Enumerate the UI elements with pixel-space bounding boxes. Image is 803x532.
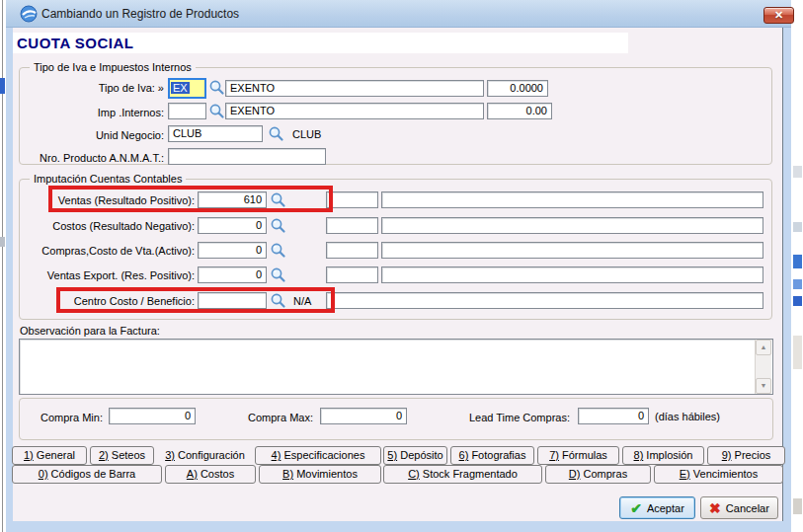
compra-min-label: Compra Min: bbox=[30, 411, 103, 424]
background-fragment bbox=[793, 222, 802, 232]
annotation-highlight-centro-costo bbox=[56, 287, 335, 313]
tab-movimientos[interactable]: B) Movimientos bbox=[259, 465, 381, 484]
app-icon bbox=[20, 5, 38, 23]
accept-button-label: Aceptar bbox=[647, 502, 684, 514]
tipo-iva-code-input[interactable]: EX bbox=[168, 78, 206, 99]
centro-costo-desc-field[interactable] bbox=[326, 292, 763, 309]
anmat-label: Nro. Producto A.N.M.A.T.: bbox=[20, 151, 164, 165]
imp-internos-desc-field[interactable]: EXENTO bbox=[225, 103, 484, 119]
imp-internos-label: Imp .Internos: bbox=[20, 106, 164, 119]
tab-seteos[interactable]: 2) Seteos bbox=[90, 446, 154, 465]
unid-negocio-desc: CLUB bbox=[292, 128, 321, 140]
ventas-export-desc-field[interactable] bbox=[381, 266, 763, 283]
tipo-iva-code-selection: EX bbox=[171, 82, 190, 94]
background-fragment bbox=[793, 255, 802, 268]
lead-time-label: Lead Time Compras: bbox=[449, 411, 570, 424]
search-icon[interactable] bbox=[270, 217, 287, 234]
x-icon: ✖ bbox=[709, 501, 721, 515]
ventas-desc-field[interactable] bbox=[381, 191, 763, 208]
ventas-export-extra-field[interactable] bbox=[326, 266, 378, 283]
lead-time-suffix: (días hábiles) bbox=[655, 411, 720, 422]
check-icon: ✔ bbox=[630, 501, 642, 515]
compras-activo-label: Compras,Costo de Vta.(Activo): bbox=[20, 244, 195, 258]
compras-extra-field[interactable] bbox=[326, 242, 378, 259]
scroll-up-button[interactable]: ▲ bbox=[756, 340, 771, 355]
search-icon[interactable] bbox=[268, 125, 285, 142]
tab-formulas[interactable]: 7) Fórmulas bbox=[537, 446, 619, 465]
lead-time-input[interactable]: 0 bbox=[578, 408, 649, 424]
tab-codigos-de-barra[interactable]: 0) Códigos de Barra bbox=[12, 465, 162, 484]
compras-account-input[interactable]: 0 bbox=[198, 242, 267, 259]
tab-deposito[interactable]: 5) Depósito bbox=[383, 446, 447, 465]
tab-precios[interactable]: 9) Precios bbox=[707, 446, 785, 465]
observacion-label: Observación para la Factura: bbox=[20, 325, 160, 337]
close-button[interactable]: ✕ bbox=[763, 7, 794, 24]
tab-configuracion[interactable]: 3) Configuración bbox=[157, 444, 253, 466]
imp-internos-rate-field[interactable]: 0.00 bbox=[487, 103, 552, 119]
unid-negocio-label: Unid Negocio: bbox=[20, 128, 164, 142]
background-fragment bbox=[793, 336, 802, 369]
background-fragment bbox=[0, 237, 5, 247]
background-fragment bbox=[793, 498, 802, 514]
unid-negocio-input[interactable]: CLUB bbox=[168, 125, 263, 142]
group-cuentas-title: Imputación Cuentas Contables bbox=[30, 173, 186, 186]
tab-implosion[interactable]: 8) Implosión bbox=[622, 446, 704, 465]
costos-extra-field[interactable] bbox=[326, 217, 378, 234]
costos-desc-field[interactable] bbox=[381, 217, 763, 234]
background-fragment bbox=[793, 166, 802, 178]
ventas-extra-field[interactable] bbox=[326, 191, 378, 208]
annotation-highlight-ventas bbox=[48, 186, 333, 212]
ventas-export-account-input[interactable]: 0 bbox=[198, 266, 267, 283]
compra-min-input[interactable]: 0 bbox=[109, 408, 196, 424]
cancel-button-label: Cancelar bbox=[726, 502, 769, 514]
window-title: Cambiando un Registro de Productos bbox=[41, 7, 239, 21]
background-fragment bbox=[793, 279, 802, 289]
observacion-scrollbar: ▲ ▼ bbox=[755, 340, 771, 394]
search-icon[interactable] bbox=[208, 103, 226, 119]
scroll-down-button[interactable]: ▼ bbox=[756, 378, 771, 394]
group-iva-title: Tipo de Iva e Impuestos Internos bbox=[30, 61, 196, 74]
screen: Cambiando un Registro de Productos ✕ CUO… bbox=[0, 0, 803, 532]
cancel-button[interactable]: ✖ Cancelar bbox=[700, 496, 778, 519]
accept-button[interactable]: ✔ Aceptar bbox=[619, 496, 695, 519]
tipo-iva-desc-field[interactable]: EXENTO bbox=[225, 80, 484, 97]
compras-desc-field[interactable] bbox=[381, 242, 763, 259]
costos-label: Costos (Resultado Negativo): bbox=[20, 219, 195, 233]
tab-fotografias[interactable]: 6) Fotografias bbox=[450, 446, 534, 465]
costos-account-input[interactable]: 0 bbox=[198, 217, 267, 234]
background-fragment bbox=[793, 296, 802, 306]
tab-general[interactable]: 1) General bbox=[12, 446, 87, 465]
tab-compras[interactable]: D) Compras bbox=[545, 465, 651, 484]
background-fragment bbox=[0, 78, 5, 94]
product-name-field: CUOTA SOCIAL bbox=[13, 33, 628, 53]
observacion-textarea[interactable] bbox=[19, 339, 773, 395]
tab-costos[interactable]: A) Costos bbox=[165, 465, 256, 484]
search-icon[interactable] bbox=[208, 79, 226, 96]
search-icon[interactable] bbox=[270, 266, 287, 283]
tab-especificaciones[interactable]: 4) Especificaciones bbox=[255, 446, 381, 465]
titlebar: Cambiando un Registro de Productos ✕ bbox=[6, 0, 791, 28]
tipo-iva-label: Tipo de Iva: » bbox=[20, 81, 164, 95]
compra-max-input[interactable]: 0 bbox=[320, 408, 407, 424]
compra-max-label: Compra Max: bbox=[232, 411, 313, 424]
search-icon[interactable] bbox=[270, 242, 287, 259]
tab-vencimientos[interactable]: E) Vencimientos bbox=[654, 465, 783, 484]
ventas-export-label: Ventas Export. (Res. Positivo): bbox=[20, 268, 195, 282]
product-name: CUOTA SOCIAL bbox=[17, 35, 134, 51]
imp-internos-code-input[interactable] bbox=[168, 103, 206, 119]
tipo-iva-rate-field[interactable]: 0.0000 bbox=[487, 80, 548, 97]
anmat-input[interactable] bbox=[168, 148, 326, 165]
tab-stock-fragmentado[interactable]: C) Stock Fragmentado bbox=[383, 465, 542, 484]
